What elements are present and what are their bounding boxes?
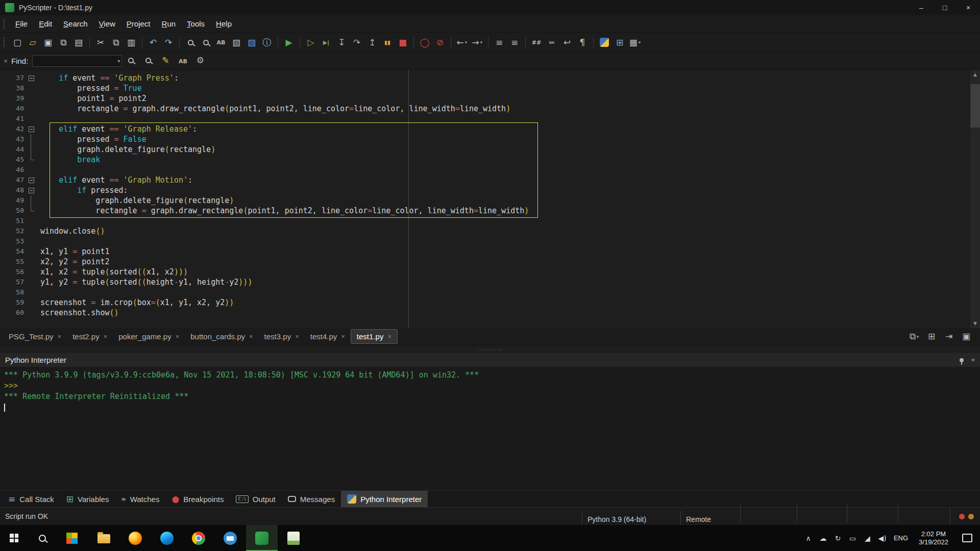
menu-help[interactable]: Help <box>210 17 237 31</box>
code-line[interactable]: 43 pressed = False <box>0 134 980 144</box>
navigate-forward-dropdown-icon[interactable]: ▾ <box>480 40 483 45</box>
chrome-button[interactable] <box>183 525 214 551</box>
code-line[interactable]: 37 if event == 'Graph Press': <box>0 73 980 83</box>
display-icon[interactable]: ▭ <box>846 534 860 542</box>
action-center-button[interactable] <box>954 525 980 551</box>
info-button[interactable]: ⓘ <box>260 35 274 49</box>
scrollbar-thumb[interactable] <box>970 84 980 128</box>
new-editor-button[interactable]: ⊞ <box>924 330 939 344</box>
python-engine-button[interactable] <box>597 35 611 49</box>
match-case-button[interactable]: AB <box>176 55 190 69</box>
tab-close-icon[interactable]: × <box>295 333 299 340</box>
menu-grip[interactable] <box>4 19 6 29</box>
toolbar-grip[interactable] <box>4 38 6 47</box>
search-replace-button[interactable] <box>199 35 213 49</box>
network-icon[interactable]: ◢ <box>861 534 874 542</box>
code-line[interactable]: 40 rectangle = graph.draw_rectangle(poin… <box>0 104 980 114</box>
taskbar-search-button[interactable] <box>28 525 56 551</box>
menu-project[interactable]: Project <box>121 17 156 31</box>
taskbar-clock[interactable]: 2:02 PM 3/19/2022 <box>913 530 954 546</box>
editor-tab-psg_test-py[interactable]: PSG_Test.py× <box>3 330 67 343</box>
run-button[interactable]: ▶ <box>282 35 296 49</box>
tab-close-icon[interactable]: × <box>387 333 391 340</box>
maximize-button[interactable]: □ <box>933 0 957 15</box>
save-all-button[interactable]: ⧉ <box>56 35 70 49</box>
word-wrap-button[interactable]: ↩ <box>560 35 574 49</box>
edge-button[interactable] <box>151 525 183 551</box>
undo-button[interactable]: ↶ <box>146 35 160 49</box>
fold-collapse-icon[interactable] <box>29 178 34 183</box>
find-previous-button[interactable] <box>141 54 155 68</box>
toggle-comment-button[interactable]: ## <box>529 35 544 49</box>
navigate-forward-button[interactable]: →▾ <box>470 35 484 49</box>
find-dropdown-icon[interactable]: ▾ <box>117 58 120 64</box>
browser-preview-button[interactable]: ▨ <box>244 35 259 49</box>
tab-list-dropdown-icon[interactable]: ▾ <box>917 334 919 339</box>
debug-button[interactable]: ▷ <box>304 35 318 49</box>
editor-tab-test4-py[interactable]: test4.py× <box>305 330 351 343</box>
code-line[interactable]: 54x1, y1 = point1 <box>0 246 980 257</box>
dock-tab-messages[interactable]: Messages <box>282 491 341 507</box>
panel-close-icon[interactable]: × <box>971 356 975 364</box>
fold-collapse-icon[interactable] <box>29 76 34 81</box>
find-input[interactable]: ▾ <box>32 55 122 67</box>
editor-tab-button_cards-py[interactable]: button_cards.py× <box>185 330 258 343</box>
tab-close-icon[interactable]: × <box>58 333 62 340</box>
code-line[interactable]: 60screenshot.show() <box>0 308 980 318</box>
highlight-all-button[interactable]: ✎ <box>158 54 173 68</box>
scroll-up-icon[interactable]: ▲ <box>973 70 977 79</box>
navigate-back-button[interactable]: ←▾ <box>455 35 469 49</box>
tab-close-icon[interactable]: × <box>176 333 180 340</box>
editor-tab-test1-py[interactable]: test1.py× <box>351 329 398 344</box>
editor-scrollbar[interactable]: ▲ ▼ <box>970 70 980 328</box>
code-line[interactable]: 57y1, y2 = tuple(sorted((height-y1, heig… <box>0 277 980 287</box>
tab-close-icon[interactable]: × <box>249 333 253 340</box>
interpreter-output[interactable]: *** Python 3.9.9 (tags/v3.9.9:ccb0e6a, N… <box>0 367 980 490</box>
special-chars-button[interactable]: ¶ <box>575 35 590 49</box>
record-macro-button[interactable]: ◯ <box>418 35 432 49</box>
close-button[interactable]: × <box>957 0 980 15</box>
code-line[interactable]: 38 pressed = True <box>0 83 980 93</box>
dock-tab-breakpoints[interactable]: ●Breakpoints <box>165 491 230 507</box>
run-to-cursor-button[interactable]: ▶| <box>319 35 333 49</box>
code-line[interactable]: 55x2, y2 = point2 <box>0 257 980 267</box>
new-file-button[interactable]: ▢ <box>10 35 24 49</box>
step-out-button[interactable]: ↥ <box>365 35 379 49</box>
editor-tab-poker_game-py[interactable]: poker_game.py× <box>113 330 185 343</box>
menu-tools[interactable]: Tools <box>181 17 210 31</box>
menu-file[interactable]: File <box>10 17 33 31</box>
code-line[interactable]: 50 rectangle = graph.draw_rectangle(poin… <box>0 206 980 216</box>
dock-tab-python-interpreter[interactable]: Python Interpreter <box>341 491 428 507</box>
abort-button[interactable]: ⊘ <box>433 35 447 49</box>
maximize-editor-button[interactable]: ▣ <box>959 330 973 344</box>
firefox-button[interactable] <box>119 525 151 551</box>
layout-table-button[interactable]: ⊞ <box>612 35 627 49</box>
editor-tab-test3-py[interactable]: test3.py× <box>259 330 305 343</box>
office-app-button[interactable] <box>278 525 309 551</box>
menu-search[interactable]: Search <box>58 17 93 31</box>
mail-app-button[interactable] <box>214 525 246 551</box>
layouts-button[interactable]: ▦▾ <box>628 35 642 49</box>
indent-button[interactable]: ≡ <box>507 35 522 49</box>
print-button[interactable]: ▤ <box>71 35 86 49</box>
code-line[interactable]: 44 graph.delete_figure(rectangle) <box>0 144 980 155</box>
file-explorer-button[interactable] <box>88 525 119 551</box>
pause-button[interactable]: ▮▮ <box>380 35 395 49</box>
panel-splitter[interactable]: ········· <box>0 345 980 353</box>
splitter-handle[interactable]: ········· <box>477 348 503 351</box>
code-line[interactable]: 51 <box>0 216 980 226</box>
dock-tab-call-stack[interactable]: ≡Call Stack <box>2 491 60 507</box>
step-into-button[interactable]: ↧ <box>334 35 349 49</box>
save-button[interactable]: ▣ <box>41 35 55 49</box>
code-editor[interactable]: 37 if event == 'Graph Press':38 pressed … <box>0 70 980 328</box>
code-line[interactable]: 48 if pressed: <box>0 185 980 195</box>
stop-button[interactable]: ■ <box>396 35 410 49</box>
code-line[interactable]: 58 <box>0 287 980 297</box>
layouts-dropdown-icon[interactable]: ▾ <box>639 40 641 45</box>
pin-icon[interactable] <box>960 358 964 362</box>
code-line[interactable]: 42 elif event == 'Graph Release': <box>0 124 980 134</box>
chevron-up-icon[interactable]: ∧ <box>801 534 815 542</box>
dedent-button[interactable]: ≡ <box>492 35 506 49</box>
fold-collapse-icon[interactable] <box>29 188 34 193</box>
search-in-files-button[interactable]: AB <box>214 35 228 49</box>
